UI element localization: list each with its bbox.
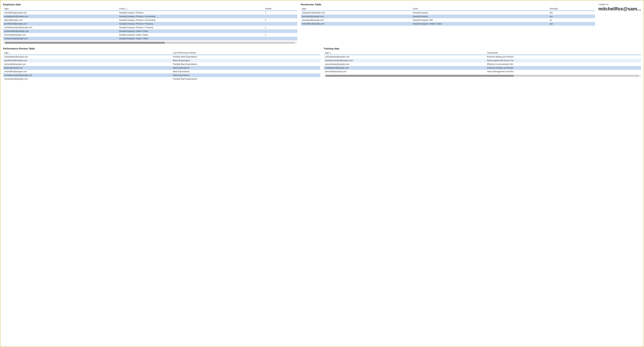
training-table: login Training title samanthalee@sample.… — [324, 51, 641, 73]
performance-section: Performance Review Table login Last Perf… — [3, 47, 320, 81]
employee-chain: SampleCompany->Sales->Sales — [118, 37, 264, 40]
table-row: lilykim@sample.com SampleCompany->Financ… — [3, 18, 297, 22]
perf-login: ashleybaker@sample.com — [3, 55, 172, 59]
perf-review: Meet Expectations — [172, 70, 320, 73]
employee-col-ishead[interactable]: isHead — [264, 7, 297, 11]
logged-as-label: Logged as — [598, 3, 641, 5]
perf-review: Partially Meet Expectations — [172, 62, 320, 66]
perm-login: mitchellfox@sample.com — [301, 22, 412, 26]
logged-as-section: Logged as mitchellfox@sam... — [598, 3, 641, 11]
training-login: ashleybaker@sample.com — [324, 66, 486, 70]
employee-chain: SampleCompany->Sales->Sales — [118, 33, 264, 37]
employee-ishead — [264, 22, 297, 26]
employee-col-chain1[interactable]: Chain1 — [118, 7, 264, 11]
permission-section: Permission Table login Chain ShowDpt anl… — [301, 3, 595, 26]
training-title-cell: Business Writing and Present — [486, 55, 641, 59]
employee-ishead — [264, 29, 297, 33]
employee-login: mitchellfox@sample.com — [3, 11, 118, 14]
page-wrapper: Employee data login Chain1 isHead mitche… — [0, 0, 644, 347]
employee-ishead: 1 — [264, 18, 297, 22]
training-scrollbar-row: < > — [324, 75, 641, 77]
perf-review: Partially Meet Expectations — [172, 77, 320, 81]
table-row: rachelhernandez@sample.com SampleCompany… — [3, 26, 297, 29]
perm-col-login[interactable]: login — [301, 7, 412, 11]
table-row: richardchen@sample.com Partially Meet Ex… — [3, 77, 320, 81]
employee-data-title: Employee data — [3, 3, 297, 6]
employee-chain: SampleCompany->Finance->Treasury — [118, 26, 264, 29]
employee-login: rachelhernandez@sample.com — [3, 26, 118, 29]
employee-ishead — [264, 14, 297, 18]
employee-login: richardchen@sample.com — [3, 37, 118, 40]
permission-table: login Chain ShowDpt anlukyanov@sample.co… — [301, 7, 595, 26]
table-row: karenpark@sample.com SampleCompany yes — [301, 14, 595, 18]
training-col-login[interactable]: login — [324, 51, 486, 55]
perf-login: mitchellfox@sample.com — [3, 70, 172, 73]
perm-chain: SampleCompany->Sales->Sales — [412, 22, 548, 26]
employee-login: samanthalee@sample.com — [3, 29, 118, 33]
table-row: richardchen@sample.com SampleCompany->Sa… — [3, 37, 297, 40]
perf-review: Below Expecations — [172, 59, 320, 62]
bottom-area: Performance Review Table login Last Perf… — [3, 47, 641, 81]
employee-ishead — [264, 37, 297, 40]
perm-col-chain[interactable]: Chain — [412, 7, 548, 11]
training-login: rachelhernandez@sample.com — [324, 59, 486, 62]
employee-table: login Chain1 isHead mitchellfox@sample.c… — [3, 7, 297, 40]
perf-login: johnsmith@sample.com — [3, 62, 172, 66]
employee-chain: SampleCompany->Finance->Accounting — [118, 18, 264, 22]
performance-table: login Last Performance Review ashleybake… — [3, 51, 320, 81]
employee-login: jenniferkim@sample.com — [3, 22, 118, 26]
table-row: ashleybaker@sample.com Partially Meet Ex… — [3, 55, 320, 59]
table-row: samanthalee@sample.com Business Writing … — [324, 55, 641, 59]
employee-scroll-handle — [5, 42, 165, 44]
employee-login: johnsmith@sample.com — [3, 33, 118, 37]
employee-scroll-right[interactable]: > — [296, 42, 297, 44]
employee-ishead: 1 — [264, 33, 297, 37]
employee-data-section: Employee data login Chain1 isHead mitche… — [3, 3, 297, 44]
table-row: karenpark@sample.com SampleCompany->HR n… — [301, 18, 595, 22]
perf-review: Meet Expectations — [172, 73, 320, 77]
permission-title: Permission Table — [301, 3, 595, 6]
table-row: anlukyanov@sample.com SampleCompany yes — [301, 11, 595, 14]
perf-login: rachelhernandez@sample.com — [3, 73, 172, 77]
perf-review: Meet Expectations — [172, 66, 320, 70]
employee-scroll-track[interactable] — [5, 42, 296, 44]
employee-chain: SampleCompany->Finance->Accounting — [118, 14, 264, 18]
perf-col-login[interactable]: login — [3, 51, 172, 55]
training-title-cell: Data Analysis with Excel: Fror — [486, 59, 641, 62]
training-login: samanthalee@sample.com — [324, 62, 486, 66]
table-row: johnsmith@sample.com Stress Management a… — [324, 70, 641, 73]
table-row: rachelhernandez@sample.com Data Analysis… — [324, 59, 641, 62]
employee-scroll-left[interactable]: < — [3, 42, 4, 44]
employee-chain: SampleCompany->Finance — [118, 11, 264, 14]
employee-ishead: 1 — [264, 11, 297, 14]
table-row: mitchellfox@sample.com SampleCompany->Sa… — [301, 22, 595, 26]
table-row: mitchellfox@sample.com SampleCompany->Fi… — [3, 11, 297, 14]
training-title: Training data — [324, 47, 641, 50]
table-row: rachelhernandez@sample.com Meet Expectat… — [3, 73, 320, 77]
perf-review: Partially Meet Expectations — [172, 55, 320, 59]
training-scroll-handle — [325, 75, 514, 77]
table-row: jenniferkim@sample.com SampleCompany->Fi… — [3, 22, 297, 26]
perm-chain: SampleCompany — [412, 11, 548, 14]
perm-col-showdpt[interactable]: ShowDpt — [548, 7, 595, 11]
training-scroll-left[interactable]: < — [324, 75, 325, 77]
employee-ishead: 1 — [264, 26, 297, 29]
table-row: johnsmith@sample.com Partially Meet Expe… — [3, 62, 320, 66]
top-area: Employee data login Chain1 isHead mitche… — [3, 3, 641, 44]
perm-showdpt: no — [548, 18, 595, 22]
table-row: jenniferkim@sample.com Below Expecations — [3, 59, 320, 62]
perm-login: karenpark@sample.com — [301, 18, 412, 22]
perm-chain: SampleCompany->HR — [412, 18, 548, 22]
employee-chain: SampleCompany->Finance->Treasury — [118, 22, 264, 26]
table-row: mitchellfox@sample.com Meet Expectations — [3, 70, 320, 73]
employee-col-login[interactable]: login — [3, 7, 118, 11]
training-scroll-track[interactable] — [325, 75, 639, 77]
training-col-title[interactable]: Training title — [486, 51, 641, 55]
table-row: ashleybaker@sample.com SampleCompany->Fi… — [3, 14, 297, 18]
table-row: lilykim@sample.com Meet Expectations — [3, 66, 320, 70]
training-scroll-right[interactable]: > — [640, 75, 641, 77]
perm-showdpt: yes — [548, 11, 595, 14]
perf-col-review[interactable]: Last Performance Review — [172, 51, 320, 55]
perm-login: karenpark@sample.com — [301, 14, 412, 18]
training-title-cell: Stress Management and Resi — [486, 70, 641, 73]
